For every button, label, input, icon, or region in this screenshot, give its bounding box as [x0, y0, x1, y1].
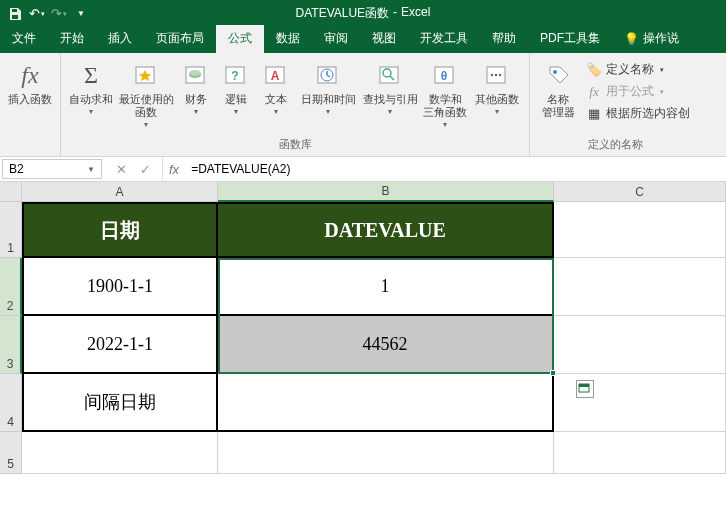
col-header-b[interactable]: B: [218, 182, 554, 202]
lookup-icon: [374, 59, 406, 91]
lightbulb-icon: 💡: [624, 32, 639, 46]
svg-text:A: A: [271, 69, 280, 83]
tab-data[interactable]: 数据: [264, 25, 312, 53]
selection-icon: ▦: [586, 106, 602, 122]
ribbon-tabs: 文件 开始 插入 页面布局 公式 数据 审阅 视图 开发工具 帮助 PDF工具集…: [0, 27, 726, 53]
insert-function-button[interactable]: fx 插入函数: [6, 57, 54, 106]
cell-b5[interactable]: [218, 432, 554, 474]
title-bar: ↶▾ ↷▾ ▼ DATEVALUE函数 - Excel: [0, 0, 726, 27]
math-button[interactable]: θ数学和 三角函数▾: [421, 57, 469, 130]
cell-a2[interactable]: 1900-1-1: [22, 258, 218, 316]
chevron-down-icon: ▼: [87, 165, 95, 174]
fx-icon[interactable]: fx: [163, 157, 185, 181]
financial-button[interactable]: 财务▾: [177, 57, 215, 117]
window-title: DATEVALUE函数 - Excel: [296, 5, 431, 22]
row-header-5[interactable]: 5: [0, 432, 22, 474]
sigma-icon: Σ: [75, 59, 107, 91]
col-header-c[interactable]: C: [554, 182, 726, 202]
redo-button[interactable]: ↷▾: [48, 3, 70, 25]
tab-pdf[interactable]: PDF工具集: [528, 25, 612, 53]
datetime-button[interactable]: 日期和时间▾: [297, 57, 359, 117]
group-label: [6, 135, 54, 151]
row-header-2[interactable]: 2: [0, 258, 22, 316]
ribbon: fx 插入函数 Σ自动求和▾ 最近使用的 函数▾ 财务▾ ?逻辑▾ A文本▾ 日…: [0, 53, 726, 157]
save-button[interactable]: [4, 3, 26, 25]
tab-formulas[interactable]: 公式: [216, 25, 264, 53]
autosum-button[interactable]: Σ自动求和▾: [67, 57, 115, 117]
title-sep: -: [393, 5, 397, 22]
cell-c5[interactable]: [554, 432, 726, 474]
svg-point-5: [189, 70, 201, 76]
autofill-options-button[interactable]: [576, 380, 594, 398]
tab-layout[interactable]: 页面布局: [144, 25, 216, 53]
column-headers: A B C: [22, 182, 726, 202]
fx-icon: fx: [14, 59, 46, 91]
svg-rect-0: [12, 9, 17, 12]
text-a-icon: A: [260, 59, 292, 91]
group-label-library: 函数库: [67, 135, 523, 154]
cell-c3[interactable]: [554, 316, 726, 374]
row-headers: 1 2 3 4 5: [0, 202, 22, 474]
tag-icon: [542, 59, 574, 91]
ribbon-group-library: Σ自动求和▾ 最近使用的 函数▾ 财务▾ ?逻辑▾ A文本▾ 日期和时间▾ 查找…: [61, 53, 530, 156]
question-icon: ?: [220, 59, 252, 91]
cell-c2[interactable]: [554, 258, 726, 316]
money-icon: [180, 59, 212, 91]
app-name: Excel: [401, 5, 430, 22]
formula-input[interactable]: =DATEVALUE(A2): [185, 157, 726, 181]
tab-review[interactable]: 审阅: [312, 25, 360, 53]
svg-point-19: [499, 74, 501, 76]
more-fn-button[interactable]: 其他函数▾: [471, 57, 523, 117]
more-icon: [481, 59, 513, 91]
svg-text:θ: θ: [441, 69, 448, 83]
select-all-corner[interactable]: [0, 182, 22, 202]
lookup-button[interactable]: 查找与引用▾: [361, 57, 419, 117]
group-label-names: 定义的名称: [536, 135, 694, 154]
cell-a5[interactable]: [22, 432, 218, 474]
tab-tellme[interactable]: 💡操作说: [612, 25, 691, 53]
recent-button[interactable]: 最近使用的 函数▾: [117, 57, 175, 130]
cell-b4[interactable]: [218, 374, 554, 432]
undo-button[interactable]: ↶▾: [26, 3, 48, 25]
cell-a3[interactable]: 2022-1-1: [22, 316, 218, 374]
tab-view[interactable]: 视图: [360, 25, 408, 53]
name-box[interactable]: B2▼: [2, 159, 102, 179]
svg-rect-1: [12, 15, 18, 19]
tab-home[interactable]: 开始: [48, 25, 96, 53]
row-header-1[interactable]: 1: [0, 202, 22, 258]
use-in-formula-button[interactable]: fx用于公式▾: [582, 81, 694, 102]
name-manager-button[interactable]: 名称 管理器: [536, 57, 580, 119]
define-name-button[interactable]: 🏷️定义名称▾: [582, 59, 694, 80]
theta-icon: θ: [429, 59, 461, 91]
tab-insert[interactable]: 插入: [96, 25, 144, 53]
fill-handle[interactable]: [550, 370, 556, 376]
svg-text:?: ?: [231, 69, 238, 83]
cell-b2[interactable]: 1: [218, 258, 554, 316]
doc-name: DATEVALUE函数: [296, 5, 390, 22]
enter-formula-button[interactable]: ✓: [134, 159, 156, 179]
row-header-4[interactable]: 4: [0, 374, 22, 432]
cell-b3[interactable]: 44562: [218, 316, 554, 374]
worksheet[interactable]: A B C 1 2 3 4 5 日期 DATEVALUE 1900-1-1 1 …: [0, 182, 726, 522]
tab-dev[interactable]: 开发工具: [408, 25, 480, 53]
cancel-formula-button[interactable]: ✕: [110, 159, 132, 179]
create-from-selection-button[interactable]: ▦根据所选内容创: [582, 103, 694, 124]
text-button[interactable]: A文本▾: [257, 57, 295, 117]
col-header-a[interactable]: A: [22, 182, 218, 202]
tab-help[interactable]: 帮助: [480, 25, 528, 53]
define-icon: 🏷️: [586, 62, 602, 78]
tab-file[interactable]: 文件: [0, 25, 48, 53]
star-icon: [130, 59, 162, 91]
cell-b1[interactable]: DATEVALUE: [218, 202, 554, 258]
cell-a4[interactable]: 间隔日期: [22, 374, 218, 432]
svg-point-20: [553, 70, 557, 74]
clock-icon: [312, 59, 344, 91]
svg-rect-22: [579, 384, 589, 387]
row-header-3[interactable]: 3: [0, 316, 22, 374]
qat-customize[interactable]: ▼: [70, 3, 92, 25]
cell-a1[interactable]: 日期: [22, 202, 218, 258]
cell-c1[interactable]: [554, 202, 726, 258]
formula-icon: fx: [586, 84, 602, 100]
formula-bar-row: B2▼ ✕ ✓ fx =DATEVALUE(A2): [0, 157, 726, 182]
logical-button[interactable]: ?逻辑▾: [217, 57, 255, 117]
